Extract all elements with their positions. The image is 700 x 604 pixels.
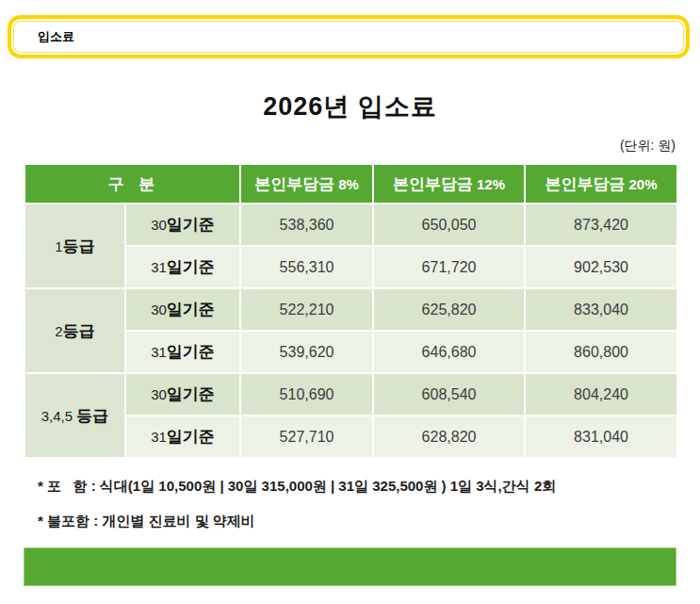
fee-cell: 831,040: [525, 416, 677, 458]
day-prefix: 31: [151, 259, 167, 275]
header-category: 구 분: [24, 164, 240, 204]
day-label: 일기준: [167, 385, 215, 403]
fee-cell: 671,720: [373, 246, 525, 288]
fee-cell: 522,210: [240, 288, 373, 331]
fee-cell: 556,310: [240, 246, 373, 288]
table-row-grade345-30: 3,4,5 등급 30일기준 510,690 608,540 804,240: [24, 373, 677, 416]
table-row-grade2-30: 2등급 30일기준 522,210 625,820 833,040: [24, 288, 677, 331]
grade-cell-345: 3,4,5 등급: [24, 373, 125, 458]
fee-cell: 902,530: [525, 246, 677, 288]
grade-cell-2: 2등급: [24, 288, 125, 373]
day-basis-cell: 31일기준: [125, 331, 240, 373]
fee-cell: 527,710: [240, 416, 373, 458]
day-label: 일기준: [167, 216, 215, 234]
day-basis-cell: 31일기준: [125, 246, 240, 288]
fee-cell: 650,050: [373, 204, 525, 246]
grade-label: 등급: [76, 407, 108, 425]
fee-cell: 608,540: [373, 373, 525, 416]
grade-label: 등급: [63, 237, 95, 255]
table-row-grade1-30: 1등급 30일기준 538,360 650,050 873,420: [24, 204, 677, 246]
grade-prefix: 2: [55, 323, 62, 339]
day-basis-cell: 30일기준: [125, 288, 240, 331]
grade-prefix: 3,4,5: [41, 408, 77, 424]
fee-cell: 804,240: [525, 373, 677, 416]
grade-cell-1: 1등급: [24, 204, 125, 288]
header-col-8pct: 본인부담금8%: [240, 164, 373, 204]
day-label: 일기준: [167, 258, 215, 276]
header-col-8pct-value: 8%: [338, 176, 359, 192]
grade-label: 등급: [63, 322, 95, 340]
unit-note: (단위: 원): [620, 138, 676, 155]
section-tab-label: 입소료: [38, 28, 74, 45]
benefit-banner: 국민기초생활수급자 : 본인부담금 0%: [24, 547, 676, 586]
fee-cell: 538,360: [240, 204, 373, 246]
fee-cell: 628,820: [373, 416, 525, 458]
fee-cell: 539,620: [240, 331, 373, 373]
header-col-12pct-label: 본인부담금: [393, 175, 473, 193]
day-prefix: 31: [151, 429, 167, 445]
footnote-excluded: * 불포함 : 개인별 진료비 및 약제비: [38, 513, 255, 531]
section-tab[interactable]: 입소료: [8, 15, 690, 58]
fee-cell: 510,690: [240, 373, 373, 416]
fee-cell: 625,820: [373, 288, 525, 331]
fee-table: 구 분 본인부담금8% 본인부담금12% 본인부담금20% 1등급 30일기준 …: [24, 163, 678, 459]
day-prefix: 31: [151, 344, 167, 360]
day-prefix: 30: [151, 302, 167, 318]
day-basis-cell: 30일기준: [125, 373, 240, 416]
header-col-12pct-value: 12%: [477, 176, 505, 192]
footnote-included: * 포 함 : 식대(1일 10,500원 | 30일 315,000원 | 3…: [38, 478, 556, 496]
day-basis-cell: 30일기준: [125, 204, 240, 246]
day-basis-cell: 31일기준: [125, 416, 240, 458]
page-title: 2026년 입소료: [0, 90, 700, 123]
fee-cell: 646,680: [373, 331, 525, 373]
benefit-banner-text: 국민기초생활수급자 : 본인부담금 0%: [47, 593, 382, 604]
header-col-12pct: 본인부담금12%: [373, 164, 525, 204]
day-prefix: 30: [151, 386, 167, 402]
header-col-8pct-label: 본인부담금: [254, 175, 334, 193]
header-col-20pct: 본인부담금20%: [525, 164, 677, 204]
fee-cell: 873,420: [525, 204, 677, 246]
fee-cell: 833,040: [525, 288, 677, 331]
grade-prefix: 1: [55, 238, 62, 254]
day-label: 일기준: [167, 343, 215, 361]
header-col-20pct-value: 20%: [629, 176, 658, 192]
day-label: 일기준: [167, 428, 215, 446]
header-col-20pct-label: 본인부담금: [545, 175, 626, 193]
day-label: 일기준: [167, 301, 215, 318]
header-row: 구 분 본인부담금8% 본인부담금12% 본인부담금20%: [24, 164, 677, 204]
fee-cell: 860,800: [525, 331, 677, 373]
day-prefix: 30: [151, 217, 167, 233]
